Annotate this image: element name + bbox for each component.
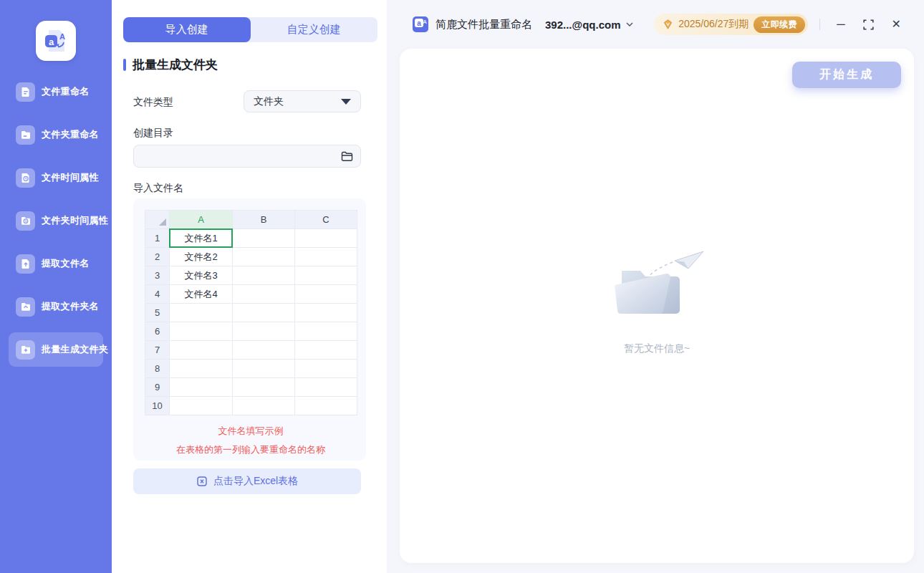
renew-button[interactable]: 立即续费 — [754, 16, 805, 33]
section-title: 批量生成文件夹 — [133, 57, 218, 73]
table-row: 1文件名1 — [145, 229, 357, 248]
window-title: 简鹿文件批量重命名 — [435, 18, 532, 32]
row-header[interactable]: 3 — [145, 266, 170, 285]
sidebar-nav: 文件重命名 文件夹重命名 文件时间属性 文件夹时间属性 — [0, 74, 112, 367]
empty-state: 暂无文件信息~ — [603, 249, 711, 355]
table-cell[interactable] — [233, 397, 295, 415]
sidebar-item-label: 批量生成文件夹 — [42, 343, 108, 356]
select-all-triangle-icon — [159, 218, 166, 226]
table-row: 9 — [145, 378, 357, 397]
column-header-c[interactable]: C — [295, 211, 357, 229]
cell-a1-selected[interactable]: 文件名1 — [170, 229, 233, 248]
cell-a4[interactable]: 文件名4 — [170, 285, 233, 304]
folder-extract-icon — [16, 297, 35, 317]
row-header[interactable]: 5 — [145, 304, 170, 322]
import-excel-button[interactable]: 点击导入Excel表格 — [133, 468, 361, 494]
folder-create-icon — [16, 340, 35, 360]
cell-a6[interactable] — [170, 322, 233, 341]
vip-gem-icon — [663, 19, 673, 29]
cell-a8[interactable] — [170, 360, 233, 378]
table-row: 4文件名4 — [145, 285, 357, 304]
table-cell[interactable] — [233, 248, 295, 266]
table-cell[interactable] — [233, 360, 295, 378]
folder-open-icon — [341, 151, 353, 162]
cell-a7[interactable] — [170, 341, 233, 360]
table-cell[interactable] — [295, 341, 357, 360]
table-cell[interactable] — [233, 322, 295, 341]
file-type-select[interactable]: 文件夹 — [244, 90, 361, 112]
sidebar-item-file-time[interactable]: 文件时间属性 — [9, 160, 103, 195]
file-extract-icon — [16, 254, 35, 274]
app-window: a A 文件重命名 文件夹重命名 — [0, 0, 924, 573]
sidebar-item-label: 提取文件夹名 — [42, 300, 99, 313]
sidebar-item-file-rename[interactable]: 文件重命名 — [9, 74, 103, 109]
hint-example-desc: 在表格的第一列输入要重命名的名称 — [145, 443, 357, 456]
maximize-button[interactable] — [862, 18, 875, 32]
table-cell[interactable] — [295, 266, 357, 285]
settings-panel: 导入创建 自定义创建 批量生成文件夹 文件类型 文件夹 创建目录 导入文件名 — [112, 0, 387, 573]
account-dropdown[interactable]: 392...@qq.com — [545, 19, 633, 31]
app-logo: a A — [36, 21, 76, 61]
table-cell[interactable] — [233, 304, 295, 322]
table-cell[interactable] — [233, 285, 295, 304]
table-cell[interactable] — [295, 304, 357, 322]
create-mode-tabs: 导入创建 自定义创建 — [123, 17, 377, 42]
table-cell[interactable] — [295, 285, 357, 304]
close-button[interactable]: ✕ — [890, 17, 903, 32]
folder-browse-button[interactable] — [341, 151, 353, 162]
table-cell[interactable] — [233, 266, 295, 285]
minimize-button[interactable]: ─ — [835, 17, 846, 32]
cell-a5[interactable] — [170, 304, 233, 322]
file-rename-icon — [16, 82, 35, 102]
table-row: 2文件名2 — [145, 248, 357, 266]
column-header-a[interactable]: A — [170, 211, 233, 229]
row-header[interactable]: 2 — [145, 248, 170, 266]
create-dir-input[interactable] — [141, 145, 341, 167]
sidebar-item-batch-create-folder[interactable]: 批量生成文件夹 — [9, 332, 103, 367]
excel-file-icon — [196, 476, 208, 487]
row-header[interactable]: 7 — [145, 341, 170, 360]
maximize-icon — [863, 19, 874, 30]
app-logo-icon: a A — [42, 27, 70, 55]
table-cell[interactable] — [295, 360, 357, 378]
caret-down-icon — [341, 99, 351, 105]
select-all-corner[interactable] — [145, 211, 170, 229]
table-cell[interactable] — [233, 378, 295, 397]
table-cell[interactable] — [295, 397, 357, 415]
cell-a2[interactable]: 文件名2 — [170, 248, 233, 266]
row-header[interactable]: 8 — [145, 360, 170, 378]
svg-text:a: a — [49, 37, 54, 47]
table-cell[interactable] — [295, 378, 357, 397]
row-header[interactable]: 6 — [145, 322, 170, 341]
row-header[interactable]: 4 — [145, 285, 170, 304]
sidebar-item-folder-rename[interactable]: 文件夹重命名 — [9, 117, 103, 152]
table-cell[interactable] — [295, 229, 357, 248]
empty-state-text: 暂无文件信息~ — [603, 342, 711, 355]
sidebar-item-label: 文件时间属性 — [42, 171, 99, 184]
section-title-row: 批量生成文件夹 — [123, 57, 218, 73]
row-header[interactable]: 9 — [145, 378, 170, 397]
title-bar: a A 简鹿文件批量重命名 392...@qq.com 2025/06/27到期… — [387, 0, 924, 49]
row-header[interactable]: 10 — [145, 397, 170, 415]
tab-custom-create[interactable]: 自定义创建 — [251, 17, 378, 42]
generate-button[interactable]: 开始生成 — [792, 62, 901, 88]
tab-import-create[interactable]: 导入创建 — [123, 17, 251, 42]
table-cell[interactable] — [233, 229, 295, 248]
table-row: 5 — [145, 304, 357, 322]
cell-a3[interactable]: 文件名3 — [170, 266, 233, 285]
table-cell[interactable] — [233, 341, 295, 360]
column-header-b[interactable]: B — [233, 211, 295, 229]
row-header[interactable]: 1 — [145, 229, 170, 248]
import-names-label: 导入文件名 — [133, 182, 183, 195]
table-row: 10 — [145, 397, 357, 415]
table-cell[interactable] — [295, 248, 357, 266]
sidebar-item-extract-filename[interactable]: 提取文件名 — [9, 246, 103, 281]
cell-a10[interactable] — [170, 397, 233, 415]
table-cell[interactable] — [295, 322, 357, 341]
file-list-card: 开始生成 暂无文 — [400, 49, 914, 563]
account-email: 392...@qq.com — [545, 19, 621, 31]
sidebar-item-folder-time[interactable]: 文件夹时间属性 — [9, 203, 103, 238]
main-area: a A 简鹿文件批量重命名 392...@qq.com 2025/06/27到期… — [387, 0, 924, 573]
sidebar-item-extract-foldername[interactable]: 提取文件夹名 — [9, 289, 103, 324]
cell-a9[interactable] — [170, 378, 233, 397]
